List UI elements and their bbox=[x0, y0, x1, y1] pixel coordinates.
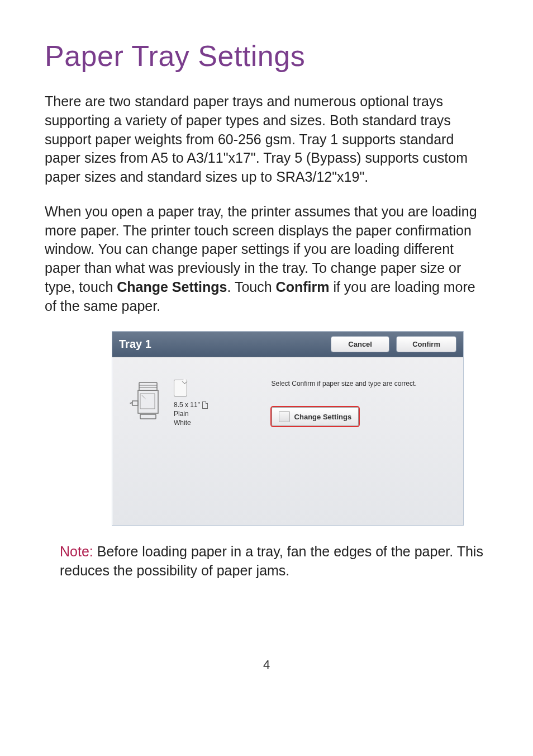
paper-info: 8.5 x 11" Plain White bbox=[174, 380, 208, 427]
dialog-body: 8.5 x 11" Plain White Select Confirm if … bbox=[112, 357, 463, 525]
svg-rect-0 bbox=[139, 382, 157, 390]
cancel-button[interactable]: Cancel bbox=[331, 336, 389, 352]
paper-icon-row bbox=[174, 380, 208, 396]
note-label: Note: bbox=[60, 544, 93, 559]
change-settings-button[interactable]: Change Settings bbox=[272, 407, 359, 426]
note-body: Before loading paper in a tray, fan the … bbox=[60, 544, 483, 578]
printer-tray-icon bbox=[129, 380, 163, 422]
intro-paragraph-2: When you open a paper tray, the printer … bbox=[45, 202, 488, 316]
dialog-header: Tray 1 Cancel Confirm bbox=[112, 332, 463, 357]
paper-size-text: 8.5 x 11" bbox=[174, 401, 200, 409]
svg-rect-3 bbox=[140, 414, 156, 419]
page-number: 4 bbox=[263, 658, 270, 672]
para2-bold2: Confirm bbox=[276, 279, 330, 295]
para2-bold1: Change Settings bbox=[117, 279, 227, 295]
orientation-icon bbox=[202, 401, 208, 409]
note-paragraph: Note: Before loading paper in a tray, fa… bbox=[45, 542, 488, 580]
page-title: Paper Tray Settings bbox=[45, 39, 488, 73]
para2-part2: . Touch bbox=[227, 279, 276, 295]
paper-sheet-icon bbox=[174, 380, 187, 396]
change-settings-icon bbox=[279, 411, 290, 422]
dialog-title: Tray 1 bbox=[119, 338, 151, 351]
dialog-header-buttons: Cancel Confirm bbox=[331, 336, 456, 352]
dialog-left-panel: 8.5 x 11" Plain White bbox=[123, 374, 272, 480]
change-settings-label: Change Settings bbox=[294, 413, 352, 421]
dialog-right-panel: Select Confirm if paper size and type ar… bbox=[272, 374, 452, 480]
paper-type-text: Plain bbox=[174, 410, 208, 418]
dialog-instruction: Select Confirm if paper size and type ar… bbox=[272, 380, 452, 388]
paper-color-text: White bbox=[174, 419, 208, 427]
tray-dialog-screenshot: Tray 1 Cancel Confirm bbox=[112, 331, 464, 526]
confirm-button[interactable]: Confirm bbox=[396, 336, 456, 352]
intro-paragraph-1: There are two standard paper trays and n… bbox=[45, 92, 488, 187]
paper-size-row: 8.5 x 11" bbox=[174, 401, 208, 409]
